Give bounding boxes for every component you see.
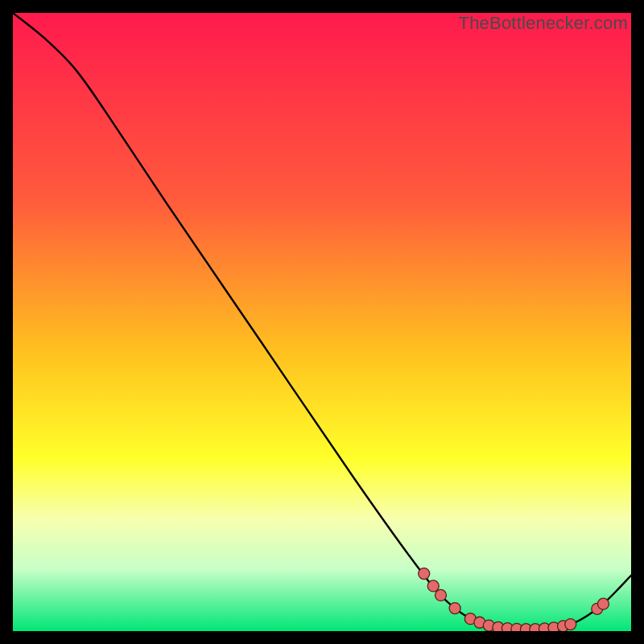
data-marker [435,589,446,601]
data-marker [449,603,460,614]
watermark-text: TheBottlenecker.com [459,13,628,34]
bottleneck-chart [13,13,631,631]
data-marker [597,598,609,609]
data-marker [419,568,430,580]
gradient-background [13,13,631,631]
chart-frame: TheBottlenecker.com [13,13,631,631]
data-marker [427,580,439,592]
data-marker [565,619,576,630]
